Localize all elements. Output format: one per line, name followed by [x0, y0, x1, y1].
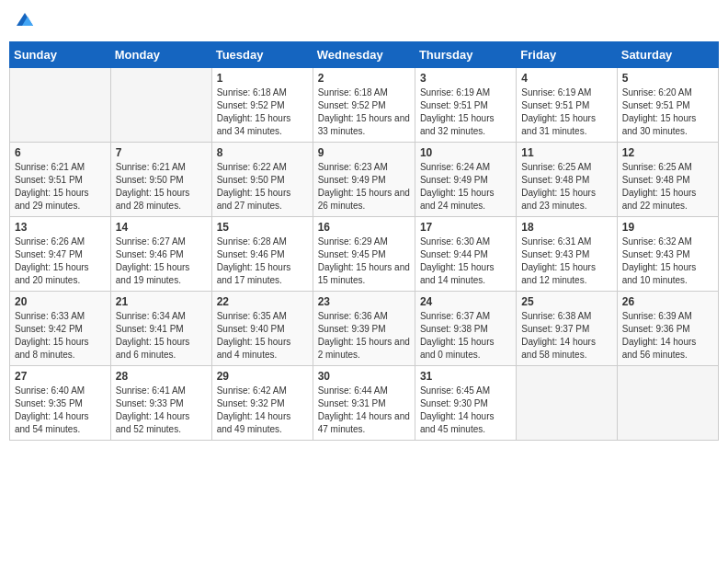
day-info: Sunrise: 6:34 AM Sunset: 9:41 PM Dayligh…	[116, 310, 207, 362]
calendar-cell: 16Sunrise: 6:29 AM Sunset: 9:45 PM Dayli…	[313, 217, 415, 292]
day-number: 2	[318, 72, 410, 85]
day-info: Sunrise: 6:44 AM Sunset: 9:31 PM Dayligh…	[318, 385, 410, 436]
day-number: 6	[15, 146, 106, 159]
day-number: 17	[420, 221, 511, 234]
day-number: 4	[521, 72, 611, 85]
day-header-saturday: Saturday	[617, 42, 718, 68]
calendar-cell	[110, 68, 211, 143]
day-header-friday: Friday	[517, 42, 617, 68]
day-number: 5	[622, 72, 713, 85]
calendar-week-4: 20Sunrise: 6:33 AM Sunset: 9:42 PM Dayli…	[10, 292, 719, 366]
calendar-header-row: SundayMondayTuesdayWednesdayThursdayFrid…	[10, 42, 719, 68]
day-info: Sunrise: 6:29 AM Sunset: 9:45 PM Dayligh…	[318, 236, 410, 287]
day-info: Sunrise: 6:30 AM Sunset: 9:44 PM Dayligh…	[420, 236, 511, 287]
day-number: 27	[15, 370, 106, 383]
day-info: Sunrise: 6:20 AM Sunset: 9:51 PM Dayligh…	[622, 86, 713, 138]
calendar-cell	[617, 366, 718, 441]
calendar-cell: 12Sunrise: 6:25 AM Sunset: 9:48 PM Dayli…	[617, 143, 718, 217]
day-header-wednesday: Wednesday	[313, 42, 415, 68]
day-number: 23	[318, 295, 410, 308]
day-number: 9	[318, 146, 410, 159]
day-info: Sunrise: 6:22 AM Sunset: 9:50 PM Dayligh…	[217, 161, 308, 213]
calendar-cell: 4Sunrise: 6:19 AM Sunset: 9:51 PM Daylig…	[517, 68, 617, 143]
calendar-cell: 18Sunrise: 6:31 AM Sunset: 9:43 PM Dayli…	[517, 217, 617, 292]
logo-text	[13, 9, 35, 34]
page-header	[9, 9, 719, 34]
calendar-cell: 3Sunrise: 6:19 AM Sunset: 9:51 PM Daylig…	[415, 68, 516, 143]
calendar-cell: 20Sunrise: 6:33 AM Sunset: 9:42 PM Dayli…	[10, 292, 111, 366]
day-number: 7	[116, 146, 207, 159]
day-info: Sunrise: 6:41 AM Sunset: 9:33 PM Dayligh…	[116, 385, 207, 436]
day-info: Sunrise: 6:25 AM Sunset: 9:48 PM Dayligh…	[521, 161, 611, 213]
day-number: 11	[521, 146, 611, 159]
day-info: Sunrise: 6:42 AM Sunset: 9:32 PM Dayligh…	[217, 385, 308, 436]
day-number: 13	[15, 221, 106, 234]
calendar-cell: 13Sunrise: 6:26 AM Sunset: 9:47 PM Dayli…	[10, 217, 111, 292]
calendar-cell	[10, 68, 111, 143]
day-info: Sunrise: 6:32 AM Sunset: 9:43 PM Dayligh…	[622, 236, 713, 287]
day-info: Sunrise: 6:18 AM Sunset: 9:52 PM Dayligh…	[217, 86, 308, 138]
calendar-cell: 1Sunrise: 6:18 AM Sunset: 9:52 PM Daylig…	[211, 68, 313, 143]
calendar-table: SundayMondayTuesdayWednesdayThursdayFrid…	[9, 41, 719, 441]
day-header-monday: Monday	[110, 42, 211, 68]
day-header-thursday: Thursday	[415, 42, 516, 68]
calendar-cell: 31Sunrise: 6:45 AM Sunset: 9:30 PM Dayli…	[415, 366, 516, 441]
day-info: Sunrise: 6:45 AM Sunset: 9:30 PM Dayligh…	[420, 385, 511, 436]
calendar-cell: 11Sunrise: 6:25 AM Sunset: 9:48 PM Dayli…	[517, 143, 617, 217]
calendar-cell: 28Sunrise: 6:41 AM Sunset: 9:33 PM Dayli…	[110, 366, 211, 441]
day-number: 1	[217, 72, 308, 85]
day-info: Sunrise: 6:21 AM Sunset: 9:51 PM Dayligh…	[15, 161, 106, 213]
day-number: 12	[622, 146, 713, 159]
day-info: Sunrise: 6:25 AM Sunset: 9:48 PM Dayligh…	[622, 161, 713, 213]
day-info: Sunrise: 6:24 AM Sunset: 9:49 PM Dayligh…	[420, 161, 511, 213]
calendar-cell: 9Sunrise: 6:23 AM Sunset: 9:49 PM Daylig…	[313, 143, 415, 217]
calendar-cell: 25Sunrise: 6:38 AM Sunset: 9:37 PM Dayli…	[517, 292, 617, 366]
logo-icon	[15, 9, 35, 29]
calendar-cell: 19Sunrise: 6:32 AM Sunset: 9:43 PM Dayli…	[617, 217, 718, 292]
day-number: 20	[15, 295, 106, 308]
day-info: Sunrise: 6:21 AM Sunset: 9:50 PM Dayligh…	[116, 161, 207, 213]
day-info: Sunrise: 6:38 AM Sunset: 9:37 PM Dayligh…	[521, 310, 611, 362]
day-number: 25	[521, 295, 611, 308]
day-number: 29	[217, 370, 308, 383]
day-number: 21	[116, 295, 207, 308]
day-info: Sunrise: 6:40 AM Sunset: 9:35 PM Dayligh…	[15, 385, 106, 436]
calendar-week-3: 13Sunrise: 6:26 AM Sunset: 9:47 PM Dayli…	[10, 217, 719, 292]
day-number: 14	[116, 221, 207, 234]
day-number: 31	[420, 370, 511, 383]
calendar-week-2: 6Sunrise: 6:21 AM Sunset: 9:51 PM Daylig…	[10, 143, 719, 217]
day-number: 3	[420, 72, 511, 85]
day-header-sunday: Sunday	[10, 42, 111, 68]
calendar-cell: 14Sunrise: 6:27 AM Sunset: 9:46 PM Dayli…	[110, 217, 211, 292]
day-number: 18	[521, 221, 611, 234]
day-number: 19	[622, 221, 713, 234]
day-info: Sunrise: 6:28 AM Sunset: 9:46 PM Dayligh…	[217, 236, 308, 287]
day-info: Sunrise: 6:27 AM Sunset: 9:46 PM Dayligh…	[116, 236, 207, 287]
calendar-cell: 17Sunrise: 6:30 AM Sunset: 9:44 PM Dayli…	[415, 217, 516, 292]
day-number: 10	[420, 146, 511, 159]
day-info: Sunrise: 6:26 AM Sunset: 9:47 PM Dayligh…	[15, 236, 106, 287]
day-info: Sunrise: 6:19 AM Sunset: 9:51 PM Dayligh…	[521, 86, 611, 138]
day-number: 8	[217, 146, 308, 159]
calendar-cell: 6Sunrise: 6:21 AM Sunset: 9:51 PM Daylig…	[10, 143, 111, 217]
calendar-cell: 27Sunrise: 6:40 AM Sunset: 9:35 PM Dayli…	[10, 366, 111, 441]
calendar-week-5: 27Sunrise: 6:40 AM Sunset: 9:35 PM Dayli…	[10, 366, 719, 441]
day-number: 16	[318, 221, 410, 234]
calendar-cell: 26Sunrise: 6:39 AM Sunset: 9:36 PM Dayli…	[617, 292, 718, 366]
day-info: Sunrise: 6:23 AM Sunset: 9:49 PM Dayligh…	[318, 161, 410, 213]
day-info: Sunrise: 6:36 AM Sunset: 9:39 PM Dayligh…	[318, 310, 410, 362]
calendar-cell: 21Sunrise: 6:34 AM Sunset: 9:41 PM Dayli…	[110, 292, 211, 366]
day-header-tuesday: Tuesday	[211, 42, 313, 68]
calendar-week-1: 1Sunrise: 6:18 AM Sunset: 9:52 PM Daylig…	[10, 68, 719, 143]
day-info: Sunrise: 6:35 AM Sunset: 9:40 PM Dayligh…	[217, 310, 308, 362]
day-number: 22	[217, 295, 308, 308]
calendar-cell: 29Sunrise: 6:42 AM Sunset: 9:32 PM Dayli…	[211, 366, 313, 441]
calendar-cell: 8Sunrise: 6:22 AM Sunset: 9:50 PM Daylig…	[211, 143, 313, 217]
calendar-cell	[517, 366, 617, 441]
day-info: Sunrise: 6:33 AM Sunset: 9:42 PM Dayligh…	[15, 310, 106, 362]
calendar-cell: 22Sunrise: 6:35 AM Sunset: 9:40 PM Dayli…	[211, 292, 313, 366]
day-info: Sunrise: 6:39 AM Sunset: 9:36 PM Dayligh…	[622, 310, 713, 362]
calendar-cell: 30Sunrise: 6:44 AM Sunset: 9:31 PM Dayli…	[313, 366, 415, 441]
day-info: Sunrise: 6:18 AM Sunset: 9:52 PM Dayligh…	[318, 86, 410, 138]
day-info: Sunrise: 6:31 AM Sunset: 9:43 PM Dayligh…	[521, 236, 611, 287]
